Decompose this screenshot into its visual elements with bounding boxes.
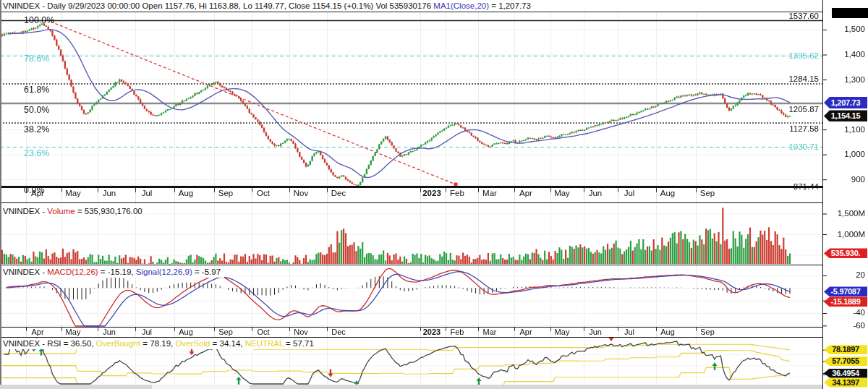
price-axis-label: 1,400 — [827, 50, 865, 59]
header-segment: NEUTRAL — [245, 339, 284, 348]
month-label: Sep — [210, 328, 242, 336]
header-segment: VNINDEX - Daily 9/29/2023 00:00:00 Open … — [3, 1, 433, 10]
price-panel-header: VNINDEX - Daily 9/29/2023 00:00:00 Open … — [3, 1, 535, 12]
top-right-axis-box — [832, 8, 868, 18]
signal-value-tag: -5.97087 — [824, 286, 867, 296]
month-label: Oct — [247, 189, 279, 197]
price-axis-label: 900 — [827, 175, 865, 184]
ma-value-tag: 1,207.73 — [824, 97, 867, 108]
axis-row2-top-border — [0, 327, 822, 328]
month-label: Jul — [613, 189, 645, 197]
price-axis-label: 1,500 — [827, 25, 865, 33]
month-label: Dec — [323, 328, 354, 336]
fib-level-label: 78.6% — [24, 54, 49, 64]
month-label: Feb — [441, 328, 473, 336]
header-segment: = 535,930,176.00 — [75, 207, 142, 215]
month-label: Jul — [613, 328, 645, 336]
month-label: Apr — [22, 189, 54, 197]
month-label: Jun — [579, 328, 611, 336]
macd-axis-label: 20 — [827, 270, 865, 279]
close-price-tag: 1,154.15 — [824, 110, 867, 121]
header-segment: = 1,207.73 — [489, 1, 531, 10]
header-segment: MA1(Close,20) — [433, 1, 489, 10]
price-axis-label: 1,100 — [827, 125, 865, 134]
bottom-axis-light-segment — [152, 385, 250, 389]
window-left-edge — [0, 0, 1, 389]
month-label: Jul — [131, 328, 163, 336]
axis-row1-bottom-border — [0, 202, 822, 203]
month-label: Sep — [692, 189, 723, 197]
month-label: Nov — [285, 189, 317, 197]
fib-level-value: 1395.62 — [746, 51, 819, 60]
neutral-tag: 57.7055 — [824, 356, 867, 366]
fib-level-label: 38.2% — [24, 124, 49, 134]
overbought-tag: 78.1897 — [824, 345, 867, 354]
oversold-tag: 34.1397 — [824, 378, 867, 388]
fib-level-label: 100.0% — [24, 15, 54, 25]
charting-window: VNINDEX - Daily 9/29/2023 00:00:00 Open … — [0, 0, 868, 389]
month-label: Oct — [247, 328, 279, 336]
fib-level-label: 23.6% — [24, 148, 49, 158]
fib-0-line — [0, 186, 822, 188]
month-label: Aug — [652, 328, 684, 336]
month-label: Jun — [579, 189, 611, 197]
price-axis-label: 1,000 — [827, 150, 865, 158]
month-label: Dec — [323, 189, 354, 197]
volume-value-tag: 535.930. — [824, 248, 867, 258]
header-segment: = 78.19, — [140, 339, 175, 348]
volume-panel-header: VNINDEX - Volume = 535,930,176.00 — [3, 206, 146, 217]
macd-axis-label: -40 — [827, 308, 865, 317]
header-segment: = 34.14, — [210, 339, 244, 348]
month-label: Aug — [170, 328, 202, 336]
month-label: May — [57, 328, 89, 336]
volume-macd-divider — [0, 265, 822, 265]
rsi-value-tag: 36.4954 — [824, 369, 867, 378]
macd-value-tag: -15.1889 — [824, 296, 867, 307]
fib-level-value: 1205.87 — [746, 105, 819, 114]
fib-level-value: 1127.58 — [746, 124, 819, 133]
fib-level-label: 61.8% — [24, 85, 49, 95]
macd-panel-header: VNINDEX - MACD(12,26) = -15.19, Signal(1… — [3, 267, 224, 278]
header-segment: = -15.19, — [98, 268, 136, 276]
month-label: May — [57, 189, 89, 197]
header-segment: Signal(12,26,9) — [136, 268, 192, 276]
fib-level-value: 1284.15 — [746, 74, 819, 83]
header-segment: OverBought — [96, 339, 140, 348]
month-label: Sep — [210, 189, 242, 197]
price-axis-divider — [822, 0, 823, 389]
header-segment: VNINDEX - RSI = 36.50, — [3, 339, 96, 348]
month-label: May — [546, 189, 578, 197]
month-label: Apr — [510, 328, 542, 336]
month-label: Jun — [93, 189, 125, 197]
header-segment: = 57.71 — [284, 339, 314, 348]
month-label: Apr — [22, 328, 54, 336]
rsi-panel-header: VNINDEX - RSI = 36.50, OverBought = 78.1… — [3, 338, 318, 349]
month-label: Aug — [652, 189, 684, 197]
month-label: Apr — [510, 189, 542, 197]
macd-axis-label: -60 — [827, 321, 865, 330]
fib-level-label: 50.0% — [24, 105, 49, 115]
axis-row2-bottom-border — [0, 337, 822, 338]
header-segment: = -5.97 — [192, 268, 221, 276]
fib-level-value: 1030.71 — [746, 142, 819, 151]
header-segment: MACD(12,26) — [47, 268, 98, 276]
month-label: Aug — [170, 189, 202, 197]
bottom-partial-axis — [0, 385, 822, 389]
month-label: Mar — [474, 189, 506, 197]
volume-axis-label: 1,000M — [827, 230, 865, 239]
month-label: Feb — [441, 189, 473, 197]
price-axis-label: 1,300 — [827, 75, 865, 84]
plot-top-border — [0, 12, 822, 12]
month-label: Jun — [93, 328, 125, 336]
header-segment: OverSold — [175, 339, 210, 348]
fib-level-value: 1537.60 — [746, 12, 819, 20]
month-label: Jul — [131, 189, 163, 197]
month-label: May — [546, 328, 578, 336]
header-segment: VNINDEX - — [3, 268, 47, 276]
month-label: Sep — [692, 328, 723, 336]
volume-axis-label: 1,500M — [827, 209, 865, 218]
header-segment: VNINDEX - — [3, 207, 47, 215]
month-label: Mar — [474, 328, 506, 336]
header-segment: Volume — [47, 207, 75, 215]
month-label: Nov — [285, 328, 317, 336]
